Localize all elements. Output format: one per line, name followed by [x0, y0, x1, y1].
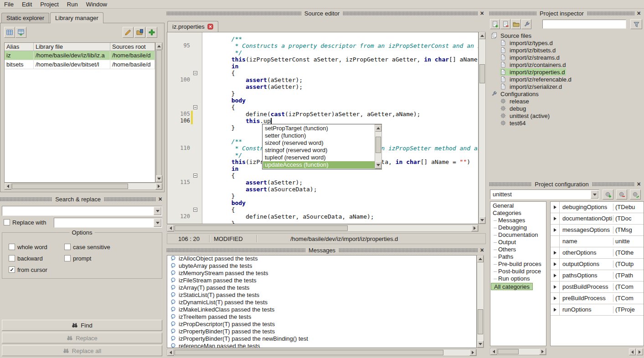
tree-file-import-iz-types-d[interactable]: import/iz/types.d	[500, 39, 554, 46]
scroll-right-button[interactable]	[539, 348, 546, 355]
code-line-120[interactable]: define(aSetter, aSourceData, aName);	[203, 213, 374, 220]
scroll-up-button[interactable]	[479, 32, 485, 39]
library-file-cell[interactable]: /home/basile/dev/iz/lib/iz.a	[34, 51, 110, 60]
library-file-cell[interactable]: /home/basile/dev/bitset/l	[34, 60, 110, 69]
replace-with-checkbox[interactable]	[4, 219, 10, 225]
add-library-button[interactable]	[146, 27, 157, 38]
scroll-down-button[interactable]	[477, 341, 484, 348]
message-item[interactable]: izMemoryStream passed the tests	[167, 269, 476, 276]
tree-file-import-iz-streams-d[interactable]: import/iz/streams.d	[500, 54, 561, 61]
filter-input[interactable]	[543, 20, 626, 28]
scroll-right-button[interactable]	[469, 349, 476, 356]
category-paths[interactable]: Paths	[490, 253, 546, 261]
property-row-pathsoptions[interactable]: pathsOptions(TPath	[551, 270, 644, 281]
scroll-left-button[interactable]	[629, 348, 636, 355]
tree-config-unittest-active[interactable]: unittest (active)	[500, 112, 551, 119]
category-output[interactable]: Output	[490, 239, 546, 246]
message-item[interactable]: izArray(T) passed the tests	[167, 284, 476, 291]
message-item[interactable]: izFileStream passed the tests	[167, 276, 476, 284]
code-line-101[interactable]: assert(aGetter);	[203, 83, 303, 90]
completion-item[interactable]: sizeof (reserved word)	[263, 139, 375, 147]
message-item[interactable]: izStaticList(T) passed the tests	[167, 291, 476, 298]
editor-tab-iz-properties[interactable]: iz.properties	[167, 21, 218, 32]
message-item[interactable]: izAllocObject passed the tests	[167, 255, 476, 262]
scroll-thumb[interactable]	[175, 225, 348, 231]
scroll-down-button[interactable]	[375, 162, 381, 169]
code-line-104[interactable]: {	[203, 104, 235, 111]
open-library-file-button[interactable]	[134, 27, 145, 38]
source-files-root[interactable]: Source files	[491, 32, 533, 39]
code-line-100[interactable]: assert(aSetter);	[203, 77, 303, 83]
expand-icon[interactable]	[551, 293, 560, 304]
editor-vertical-scrollbar[interactable]	[479, 32, 486, 224]
category-others[interactable]: Others	[490, 246, 546, 253]
clone-configuration-button[interactable]	[630, 189, 641, 199]
property-value[interactable]: (TDoc	[613, 215, 641, 222]
add-configuration-button[interactable]	[603, 189, 613, 199]
code-line-106[interactable]: this.up	[203, 118, 272, 124]
property-value[interactable]: unitte	[613, 238, 641, 245]
code-line-111[interactable]: */	[203, 152, 242, 159]
expand-icon[interactable]	[551, 247, 560, 258]
search-term-combobox[interactable]	[2, 206, 162, 216]
message-item[interactable]: izDynamicList(T) passed the tests	[167, 298, 476, 306]
scroll-right-button[interactable]	[155, 183, 162, 189]
category-post-build-proce[interactable]: Post-build proce	[490, 268, 546, 275]
message-item[interactable]: izPropDescriptor(T) passed the tests	[167, 320, 476, 327]
scroll-left-button[interactable]	[5, 183, 11, 189]
filter-button[interactable]	[630, 19, 642, 29]
table-row[interactable]: iz/home/basile/dev/iz/lib/iz.a/home/basi…	[5, 51, 155, 60]
expand-icon[interactable]	[551, 225, 560, 235]
category-debugging[interactable]: Debugging	[490, 224, 546, 231]
message-item[interactable]: izPropertyBinder(T) passed the newBindin…	[167, 335, 476, 342]
property-value[interactable]: (TOutp	[613, 261, 641, 268]
column-header-sources-root[interactable]: Sources root	[110, 43, 155, 51]
expand-icon[interactable]	[551, 281, 560, 292]
messages-horizontal-scrollbar[interactable]	[167, 349, 477, 356]
code-line-113[interactable]: in	[203, 165, 238, 172]
expand-icon[interactable]	[551, 304, 560, 315]
find-button[interactable]: Find	[2, 320, 162, 331]
expand-icon[interactable]	[551, 213, 560, 224]
inspector-filter-field[interactable]	[542, 20, 626, 29]
scroll-thumb[interactable]	[376, 137, 381, 153]
fold-toggle-icon[interactable]	[193, 208, 197, 212]
alias-cell[interactable]: bitsets	[5, 60, 34, 69]
property-value[interactable]: (TCom	[613, 295, 641, 302]
alias-cell[interactable]: iz	[5, 51, 34, 60]
scroll-left-button[interactable]	[167, 225, 174, 231]
code-line-114[interactable]: {	[203, 172, 235, 179]
tab-static-explorer[interactable]: Static explorer	[1, 13, 49, 23]
whole-word-checkbox[interactable]	[9, 244, 15, 250]
property-value[interactable]: (TCom	[613, 283, 641, 291]
scroll-thumb[interactable]	[498, 349, 519, 354]
scroll-right-button[interactable]	[636, 348, 643, 355]
completion-item[interactable]: tupleof (reserved word)	[263, 154, 375, 161]
code-line-98[interactable]: in	[203, 63, 238, 70]
code-line-119[interactable]: {	[203, 206, 235, 213]
close-icon[interactable]: ×	[479, 247, 485, 253]
property-value[interactable]: (TProje	[613, 306, 641, 313]
tree-config-debug[interactable]: debug	[500, 105, 527, 112]
case-sensitive-checkbox[interactable]	[64, 244, 71, 250]
code-line-94[interactable]: /**	[203, 36, 242, 42]
tree-file-import-iz-containers-d[interactable]: import/iz/containers.d	[500, 61, 567, 68]
editor-horizontal-scrollbar[interactable]	[167, 225, 479, 232]
all-categories-button[interactable]: All categories	[491, 283, 533, 290]
property-row-messagesoptions[interactable]: messagesOptions(TMsg	[551, 225, 644, 236]
scroll-left-button[interactable]	[490, 348, 497, 355]
fold-toggle-icon[interactable]	[193, 105, 197, 109]
completion-item[interactable]: setPropTarget (function)	[263, 125, 375, 132]
message-item[interactable]: izPropertyBinder(T) passed the tests	[167, 327, 476, 335]
category-documentation[interactable]: Documentation	[490, 231, 546, 239]
remove-configuration-button[interactable]	[616, 189, 627, 199]
library-table-horizontal-scrollbar[interactable]	[4, 183, 163, 190]
property-row-prebuildprocess[interactable]: preBuildProcess(TCom	[551, 293, 644, 304]
code-line-102[interactable]: }	[203, 90, 235, 97]
code-line-97[interactable]: this(izPropSetterConst aSetter, izPropGe…	[203, 56, 478, 63]
code-line-118[interactable]: body	[203, 199, 246, 206]
tree-file-import-iz-referencable-d[interactable]: import/iz/referencable.d	[500, 76, 573, 83]
code-line-121[interactable]: }	[203, 220, 235, 224]
close-icon[interactable]: ×	[479, 10, 485, 16]
scroll-right-button[interactable]	[471, 225, 478, 231]
